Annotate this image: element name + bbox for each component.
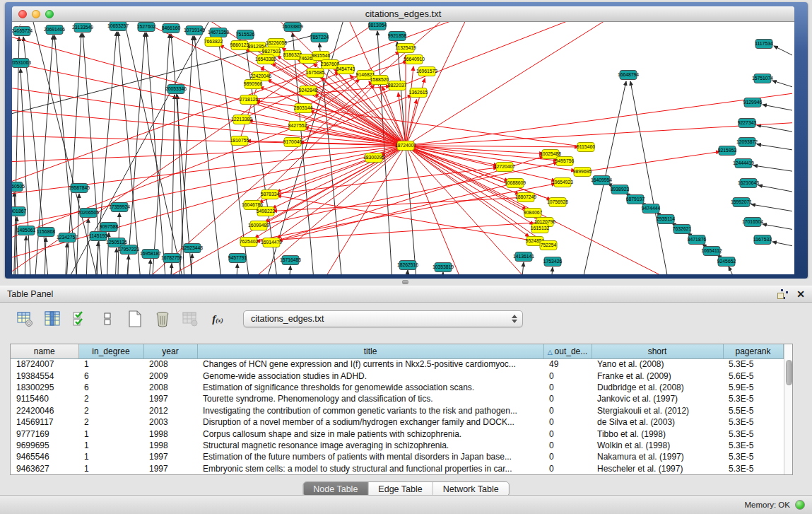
table-row[interactable]: 1830029562008Estimation of significance … — [11, 382, 783, 393]
graph-node[interactable]: 10719145 — [184, 26, 205, 35]
graph-node[interactable]: 15751074 — [752, 74, 773, 83]
graph-node[interactable]: 752254 — [540, 241, 557, 250]
table-cell[interactable]: de Silva et al. (2003) — [592, 416, 723, 428]
graph-node[interactable]: 12093872 — [736, 138, 758, 147]
table-cell[interactable]: Tourette syndrome. Phenomenology and cla… — [197, 393, 543, 404]
table-cell[interactable]: Corpus callosum shape and size in male p… — [197, 428, 543, 439]
graph-node[interactable]: 18262516 — [397, 261, 418, 270]
graph-node[interactable]: 18807249 — [515, 193, 536, 202]
graph-node[interactable]: 12342757 — [57, 233, 78, 243]
table-cell[interactable]: Estimation of significance thresholds fo… — [197, 382, 543, 393]
graph-node[interactable]: 18724007 — [395, 141, 416, 151]
graph-node[interactable]: 1810755 — [230, 136, 249, 146]
graph-node[interactable]: 1145193 — [89, 232, 107, 241]
graph-node[interactable]: 2718126 — [240, 95, 259, 105]
select-columns-icon[interactable] — [71, 310, 89, 328]
table-cell[interactable]: 9699695 — [11, 440, 78, 451]
column-header-pagerank[interactable]: pagerank — [723, 344, 783, 358]
column-header-out_de[interactable]: △out_de... — [543, 344, 592, 358]
graph-node[interactable]: 9129946 — [743, 98, 763, 107]
graph-node[interactable]: 5498222 — [257, 207, 276, 216]
graph-node[interactable]: 15992071 — [731, 198, 752, 207]
close-window-button[interactable] — [18, 10, 27, 18]
table-row[interactable]: 1938455462009Genome-wide association stu… — [11, 370, 783, 381]
table-row[interactable]: 2242004622012Investigating the contribut… — [11, 405, 783, 416]
table-cell[interactable]: 2 — [78, 393, 143, 404]
table-cell[interactable]: 1998 — [143, 428, 197, 439]
graph-node[interactable]: 8813054 — [368, 22, 387, 30]
table-cell[interactable]: 5.3E-5 — [723, 416, 783, 428]
table-row[interactable]: 946362711997Embryonic stem cells: a mode… — [11, 463, 783, 474]
graph-node[interactable]: 9084067 — [524, 209, 543, 218]
table-cell[interactable]: 1997 — [143, 451, 197, 462]
graph-node[interactable]: 10353819 — [433, 263, 454, 272]
graph-node[interactable]: 20531063 — [12, 59, 31, 68]
graph-node[interactable]: 9245652 — [717, 257, 736, 267]
tab-node-table[interactable]: Node Table — [303, 482, 368, 496]
graph-node[interactable]: 8822037 — [388, 81, 407, 90]
network-window-titlebar[interactable]: citations_edges.txt — [12, 6, 794, 22]
graph-node[interactable]: 5878334 — [261, 190, 280, 199]
graph-node[interactable]: 20691406 — [44, 25, 65, 35]
graph-node[interactable]: 1362615 — [409, 88, 428, 98]
minimize-window-button[interactable] — [32, 10, 40, 18]
table-cell[interactable]: 5.3E-5 — [723, 463, 783, 474]
scrollbar-thumb[interactable] — [786, 360, 792, 385]
table-cell[interactable]: Disruption of a novel member of a sodium… — [197, 416, 543, 428]
table-row[interactable]: 911546021997Tourette syndrome. Phenomeno… — [11, 393, 783, 404]
column-header-name[interactable]: name — [11, 344, 78, 358]
table-cell[interactable]: 0 — [543, 405, 592, 416]
graph-node[interactable]: 19587845 — [69, 184, 90, 193]
table-cell[interactable]: Stergiakouli et al. (2012) — [592, 405, 723, 416]
graph-node[interactable]: 20053346 — [165, 85, 187, 94]
table-cell[interactable]: 2012 — [143, 405, 197, 416]
graph-node[interactable]: 16640910 — [404, 55, 425, 64]
graph-node[interactable]: 10654112 — [701, 247, 722, 256]
table-cell[interactable]: 2003 — [143, 416, 197, 428]
graph-node[interactable]: 9899695 — [573, 168, 592, 177]
graph-node[interactable]: 16033809 — [282, 23, 303, 32]
table-cell[interactable]: 5.5E-5 — [723, 405, 783, 416]
graph-node[interactable]: 25260505 — [12, 182, 25, 192]
graph-node[interactable]: 1675685 — [306, 69, 325, 78]
close-panel-icon[interactable]: ✕ — [796, 289, 805, 299]
table-cell[interactable]: 1997 — [143, 463, 197, 474]
table-cell[interactable]: Dudbridge et al. (2008) — [592, 382, 723, 393]
graph-node[interactable]: 9921858 — [388, 32, 407, 41]
table-cell[interactable]: Changes of HCN gene expression and I(f) … — [197, 358, 543, 370]
table-cell[interactable]: 5.3E-5 — [723, 440, 783, 451]
table-cell[interactable]: 5.3E-5 — [723, 393, 783, 404]
column-header-year[interactable]: year — [143, 344, 197, 358]
table-cell[interactable]: 0 — [543, 463, 592, 474]
zoom-window-button[interactable] — [45, 10, 54, 18]
float-panel-icon[interactable] — [777, 289, 788, 299]
table-cell[interactable]: Estimation of the future numbers of pati… — [197, 451, 543, 462]
graph-node[interactable]: 3901867 — [12, 207, 26, 216]
graph-node[interactable]: 1117534 — [755, 40, 773, 49]
graph-node[interactable]: 16099489 — [248, 221, 269, 230]
graph-node[interactable]: 19654923 — [552, 178, 573, 187]
graph-node[interactable]: 1588520 — [370, 76, 389, 85]
table-cell[interactable]: 0 — [543, 416, 592, 428]
table-cell[interactable]: 1 — [78, 440, 143, 451]
graph-node[interactable]: 1615132 — [531, 224, 550, 233]
graph-node[interactable]: 17359924 — [109, 203, 130, 212]
column-header-in_degree[interactable]: in_degree — [78, 344, 143, 358]
table-cell[interactable]: Wolkin et al. (1998) — [592, 440, 723, 451]
table-scrollbar[interactable] — [784, 344, 793, 474]
graph-node[interactable]: 9474444 — [642, 204, 661, 214]
table-cell[interactable]: 0 — [543, 370, 592, 381]
table-cell[interactable]: 5.6E-5 — [723, 370, 783, 381]
graph-node[interactable]: 9242848 — [299, 86, 318, 95]
row-height-icon[interactable] — [98, 310, 117, 328]
table-cell[interactable]: 19384554 — [11, 370, 78, 381]
graph-node[interactable]: 9227343 — [738, 119, 757, 128]
graph-node[interactable]: 12720407 — [494, 163, 515, 172]
table-cell[interactable]: 2 — [78, 416, 143, 428]
graph-node[interactable]: 9495756 — [555, 157, 575, 166]
graph-node[interactable]: 16543382 — [255, 55, 276, 64]
graph-node[interactable]: 11325419 — [395, 44, 416, 53]
graph-node[interactable]: 10756928 — [547, 198, 568, 207]
table-cell[interactable]: 6 — [78, 370, 143, 381]
graph-node[interactable]: 1527602 — [137, 23, 156, 32]
